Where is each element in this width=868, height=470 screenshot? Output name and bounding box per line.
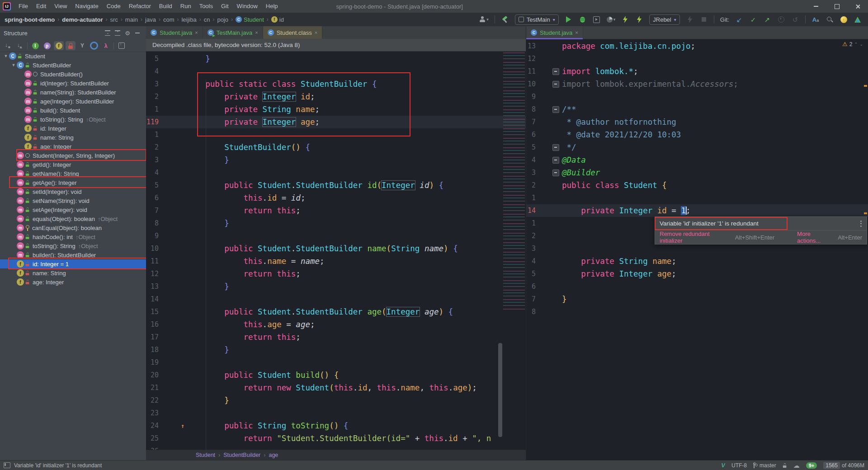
tree-item[interactable]: mStudent(Integer, String, Integer) xyxy=(0,151,146,160)
minimize-button[interactable] xyxy=(806,0,826,13)
debug-button[interactable] xyxy=(579,14,587,24)
editor-breadcrumb-item-StudentBuilder[interactable]: StudentBuilder xyxy=(223,452,260,458)
close-icon[interactable]: × xyxy=(255,30,258,35)
memory-indicator[interactable]: 1565 of 4096M xyxy=(823,462,864,469)
line-number[interactable]: 11 xyxy=(526,67,539,75)
code-line[interactable]: 13package com.leijiba.cn.pojo; xyxy=(526,40,868,52)
scrollbar-thumb[interactable] xyxy=(498,343,502,437)
code-line[interactable]: 11import lombok.*; xyxy=(526,65,868,78)
code-line[interactable]: 18 } xyxy=(146,343,526,356)
code-line[interactable]: 5 */ xyxy=(526,141,868,154)
git-update-button[interactable]: ↙ xyxy=(735,14,743,24)
line-number[interactable]: 7 xyxy=(526,295,539,303)
run-configuration-select[interactable]: TestMain ▾ xyxy=(515,14,559,25)
menu-help[interactable]: Help xyxy=(262,0,282,13)
tree-item[interactable]: mbuild(): Student xyxy=(0,106,146,115)
code-line[interactable]: 1 xyxy=(526,192,868,204)
line-number[interactable]: 17 xyxy=(146,333,162,341)
code-line[interactable]: 14 private Integer id = 1; xyxy=(526,204,868,217)
breadcrumb-item-main[interactable]: main xyxy=(125,16,138,23)
inspection-widget[interactable]: ⚠ 2 ⌃ ⌄ xyxy=(842,41,863,47)
line-number[interactable]: 6 xyxy=(146,194,162,202)
v-plugin-icon[interactable]: V xyxy=(721,462,725,469)
code-line[interactable]: 22 } xyxy=(146,394,526,407)
menu-git[interactable]: Git xyxy=(217,0,233,13)
line-number[interactable]: 4 xyxy=(526,257,539,265)
chevron-down-icon[interactable]: ▼ xyxy=(10,63,17,67)
breadcrumb-item-spring-boot-demo[interactable]: spring-boot-demo xyxy=(5,16,55,23)
hide-panel-button[interactable] xyxy=(132,28,142,38)
code-line[interactable]: 10import lombok.experimental.Accessors; xyxy=(526,78,868,90)
tree-item[interactable]: mbuilder(): StudentBuilder xyxy=(0,250,146,259)
line-number[interactable]: 4 xyxy=(146,169,162,177)
warning-stripe-mark[interactable] xyxy=(864,212,867,214)
line-number[interactable]: 9 xyxy=(146,232,162,240)
menu-build[interactable]: Build xyxy=(155,0,176,13)
menu-run[interactable]: Run xyxy=(176,0,195,13)
editor-breadcrumb-item-age[interactable]: age xyxy=(269,452,278,458)
line-number[interactable]: 20 xyxy=(146,371,162,379)
code-line[interactable]: 6 * @date 2021/12/20 10:03 xyxy=(526,128,868,141)
lock-icon[interactable] xyxy=(783,463,787,467)
run-button[interactable] xyxy=(565,14,573,24)
tree-item[interactable]: fid: Integer xyxy=(0,124,146,133)
line-number[interactable]: 13 xyxy=(526,42,539,50)
line-number[interactable]: 4 xyxy=(526,156,539,164)
code-line[interactable]: 14 xyxy=(146,293,526,306)
tree-item[interactable]: fname: String xyxy=(0,268,146,277)
filter-p-button[interactable]: p xyxy=(42,41,52,50)
code-line[interactable]: 21 return new Student(this.id, this.name… xyxy=(146,381,526,394)
line-number[interactable]: 8 xyxy=(146,219,162,227)
tree-item[interactable]: mgetName(): String xyxy=(0,169,146,178)
right-code-editor[interactable]: 13package com.leijiba.cn.pojo;1211import… xyxy=(526,39,868,460)
code-line[interactable]: 4 xyxy=(146,166,526,179)
jrebel-debug-button[interactable] xyxy=(635,14,643,24)
tree-item[interactable]: mgetId(): Integer xyxy=(0,160,146,169)
tree-item[interactable]: mgetAge(): Integer xyxy=(0,178,146,187)
breadcrumb-item-pojo[interactable]: pojo xyxy=(217,16,228,23)
update-notification-button[interactable]: ↑ xyxy=(840,14,848,24)
fold-icon[interactable] xyxy=(552,157,559,164)
line-number[interactable]: 13 xyxy=(146,282,162,291)
code-line[interactable]: 119 private Integer age; xyxy=(146,116,526,128)
breadcrumb-item-id[interactable]: fid xyxy=(271,16,284,23)
tree-item[interactable]: fid: Integer = 1 xyxy=(0,259,146,268)
line-number[interactable]: 24 xyxy=(146,422,162,430)
line-number[interactable]: 5 xyxy=(146,55,162,63)
breadcrumb-item-Student[interactable]: CStudent xyxy=(236,16,264,23)
code-line[interactable]: 8/** xyxy=(526,103,868,116)
code-line[interactable]: 2 StudentBuilder() { xyxy=(146,141,526,154)
line-number[interactable]: 12 xyxy=(146,270,162,278)
code-line[interactable]: 16 this.age = age; xyxy=(146,318,526,331)
code-line[interactable]: 17 return this; xyxy=(146,331,526,343)
build-button[interactable] xyxy=(501,14,509,24)
chevron-down-icon[interactable]: ▼ xyxy=(3,54,9,58)
filter-I-button[interactable]: I xyxy=(30,41,40,50)
line-number[interactable]: 10 xyxy=(526,80,539,88)
left-tab-Student.class[interactable]: CStudent.class× xyxy=(263,26,322,39)
git-rollback-button[interactable]: ↺ xyxy=(791,14,799,24)
line-number[interactable]: 12 xyxy=(526,55,539,63)
encoding-widget[interactable]: UTF-8 xyxy=(731,462,747,469)
code-line[interactable]: 8 } xyxy=(146,217,526,230)
cloud-settings-icon[interactable]: ☁ xyxy=(793,462,800,469)
minimap[interactable] xyxy=(503,52,525,311)
maximize-button[interactable] xyxy=(826,0,847,13)
tree-item[interactable]: mhashCode(): int↑Object xyxy=(0,232,146,241)
tree-item[interactable]: mcanEqual(Object): boolean xyxy=(0,223,146,232)
code-line[interactable]: 25 return "Student.StudentBuilder(id=" +… xyxy=(146,432,526,445)
left-tab-TestMain.java[interactable]: CTestMain.java× xyxy=(203,26,263,39)
tree-item[interactable]: mtoString(): String↑Object xyxy=(0,241,146,250)
line-number[interactable]: 4 xyxy=(146,67,162,75)
expand-all-button[interactable]: ⌄ xyxy=(103,28,113,38)
fold-icon[interactable] xyxy=(552,144,559,151)
right-tab-Student.java[interactable]: CStudent.java× xyxy=(526,26,583,39)
tree-item[interactable]: mStudentBuilder() xyxy=(0,70,146,79)
filter-f-button[interactable]: f xyxy=(54,41,64,50)
code-line[interactable]: 8 xyxy=(526,306,868,318)
code-line[interactable]: 11 this.name = name; xyxy=(146,255,526,268)
code-line[interactable]: 5 public Student.StudentBuilder id(Integ… xyxy=(146,179,526,192)
toolwindow-toggle-icon[interactable] xyxy=(4,462,10,468)
more-actions-link[interactable]: More actions... xyxy=(797,230,834,244)
line-number[interactable]: 3 xyxy=(526,169,539,177)
